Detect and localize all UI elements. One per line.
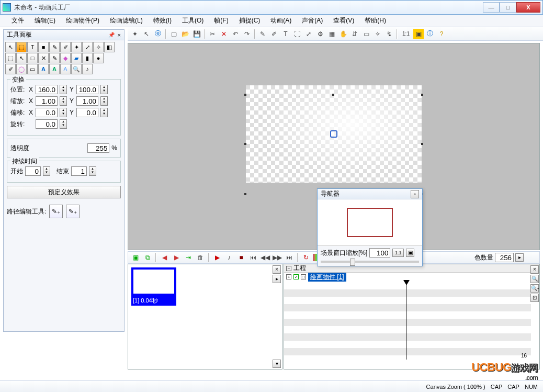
tl-fit-icon[interactable]: ⊡: [530, 294, 539, 302]
colorcount-input[interactable]: [495, 253, 514, 262]
handle-mr[interactable]: [421, 143, 423, 145]
frame-insert-icon[interactable]: ⇥: [183, 252, 194, 263]
start-input[interactable]: [25, 166, 41, 176]
tl-zoomout-icon[interactable]: 🔍-: [530, 284, 539, 293]
open-icon[interactable]: 📂: [180, 29, 190, 39]
wand-icon[interactable]: ✦: [130, 29, 140, 39]
off-x-spinner[interactable]: [60, 108, 67, 117]
navigator-close-icon[interactable]: ▫: [411, 190, 419, 198]
scale-x-spinner[interactable]: [60, 96, 67, 106]
menu-tools[interactable]: 工具(O): [177, 15, 209, 27]
maximize-button[interactable]: □: [500, 2, 516, 13]
off-x-input[interactable]: [36, 108, 58, 117]
grad-tool[interactable]: ▮: [82, 53, 93, 63]
end-input[interactable]: [71, 166, 87, 176]
fillb-tool[interactable]: ▰: [71, 53, 82, 63]
text-tool[interactable]: T: [27, 42, 38, 52]
brush-icon[interactable]: ✎: [257, 29, 268, 39]
delete-icon[interactable]: ✕: [219, 29, 229, 39]
nav-zoom-slider[interactable]: [321, 261, 419, 263]
undo-icon[interactable]: ↶: [230, 29, 241, 39]
image-tool[interactable]: ▭: [27, 64, 38, 74]
object-link[interactable]: 绘画物件 [1]: [308, 273, 346, 282]
wand-tool[interactable]: ✧: [93, 42, 104, 52]
menu-capture[interactable]: 捕捉(C): [234, 15, 266, 27]
menu-effect[interactable]: 特效(I): [148, 15, 177, 27]
text-icon[interactable]: T: [280, 29, 291, 39]
frame-next2-icon[interactable]: ▶: [171, 252, 182, 263]
scale-y-input[interactable]: [76, 96, 98, 106]
menu-filter[interactable]: 绘画滤镜(L): [105, 15, 148, 27]
pointer2-icon[interactable]: ↖: [141, 29, 152, 39]
menu-help[interactable]: 帮助(H): [359, 15, 391, 27]
path-add-icon[interactable]: ✎₊: [49, 205, 63, 218]
redo-icon[interactable]: ↷: [242, 29, 252, 39]
pin-icon[interactable]: 📌: [108, 32, 115, 38]
handle-tr[interactable]: [421, 94, 423, 96]
pos-x-input[interactable]: [36, 85, 58, 94]
hand-icon[interactable]: ✋: [338, 29, 348, 39]
colorcount-go[interactable]: ▸: [515, 253, 524, 262]
globe-icon[interactable]: ⓔ: [153, 29, 163, 39]
rect-tool[interactable]: ■: [38, 42, 49, 52]
nav-1to1-button[interactable]: 1:1: [392, 249, 404, 257]
lasso-tool[interactable]: ↖: [16, 53, 27, 63]
handle-ml[interactable]: [244, 143, 246, 145]
brush2-icon[interactable]: ✐: [269, 29, 279, 39]
preset-effects-button[interactable]: 预定义效果: [7, 186, 121, 198]
last-icon[interactable]: ⏭: [284, 252, 295, 263]
navigator-window[interactable]: 导航器 ▫ 场景窗口缩放[%] 1:1 ▣: [317, 188, 423, 266]
marquee-tool[interactable]: ⬚: [5, 53, 16, 63]
tl-zoomin-icon[interactable]: 🔍+: [530, 275, 539, 283]
arrange-icon[interactable]: ⇵: [349, 29, 360, 39]
new-icon[interactable]: ▢: [168, 29, 179, 39]
prev-icon[interactable]: ◀◀: [260, 252, 270, 263]
info-icon[interactable]: ⓘ: [425, 29, 435, 39]
handle-tm[interactable]: [332, 94, 334, 96]
frame-thumbnail[interactable]: [1] 0.04秒: [131, 267, 176, 306]
spray-tool[interactable]: ✦: [71, 42, 82, 52]
menu-edit[interactable]: 编辑(E): [29, 15, 61, 27]
typea-tool[interactable]: A: [38, 64, 49, 74]
frame-new-icon[interactable]: ▣: [130, 252, 141, 263]
off-y-input[interactable]: [76, 108, 98, 117]
navigator-viewport[interactable]: [347, 208, 393, 237]
frame-expand-icon[interactable]: ▸: [273, 275, 281, 283]
eraser-tool[interactable]: ◆: [60, 53, 71, 63]
save-icon[interactable]: 💾: [191, 29, 202, 39]
pos-x-spinner[interactable]: [60, 85, 67, 94]
handle-tl[interactable]: [244, 94, 246, 96]
cut-icon[interactable]: ✂: [207, 29, 218, 39]
move-tool[interactable]: ⬚: [16, 42, 27, 52]
fill-icon[interactable]: ▦: [326, 29, 337, 39]
scale-x-input[interactable]: [36, 96, 58, 106]
zoom-tool[interactable]: 🔍: [71, 64, 82, 74]
onetoone-button[interactable]: 1:1: [400, 29, 412, 39]
help-icon[interactable]: ?: [436, 29, 447, 39]
menu-sound[interactable]: 声音(A): [297, 15, 328, 27]
tree-collapse-icon[interactable]: −: [286, 266, 291, 271]
tree-expand-icon[interactable]: +: [286, 274, 291, 279]
tree-box-icon[interactable]: □: [301, 274, 306, 279]
menu-frame[interactable]: 帧(F): [209, 15, 233, 27]
typec-tool[interactable]: A: [60, 64, 71, 74]
off-y-spinner[interactable]: [100, 108, 108, 117]
rotate-input[interactable]: [36, 119, 58, 129]
close-button[interactable]: X: [516, 2, 540, 13]
blur-tool[interactable]: ●: [93, 53, 104, 63]
first-icon[interactable]: ⏮: [248, 252, 258, 263]
start-spinner[interactable]: [43, 166, 50, 176]
typeb-tool[interactable]: A: [49, 64, 60, 74]
pos-y-spinner[interactable]: [100, 85, 108, 94]
frame-dup-icon[interactable]: ⧉: [142, 252, 153, 263]
opacity-input[interactable]: [87, 143, 109, 153]
resize-icon[interactable]: ⤢: [303, 29, 314, 39]
stop-icon[interactable]: ■: [236, 252, 246, 263]
fill-tool[interactable]: ◧: [104, 42, 115, 52]
tl-close-icon[interactable]: ×: [530, 265, 539, 274]
crop-icon[interactable]: ⛶: [292, 29, 302, 39]
spray-icon[interactable]: ⚙: [315, 29, 325, 39]
crop-tool[interactable]: ✕: [38, 53, 49, 63]
box-tool[interactable]: □: [27, 53, 38, 63]
eyedrop-tool[interactable]: ⤢: [82, 42, 93, 52]
